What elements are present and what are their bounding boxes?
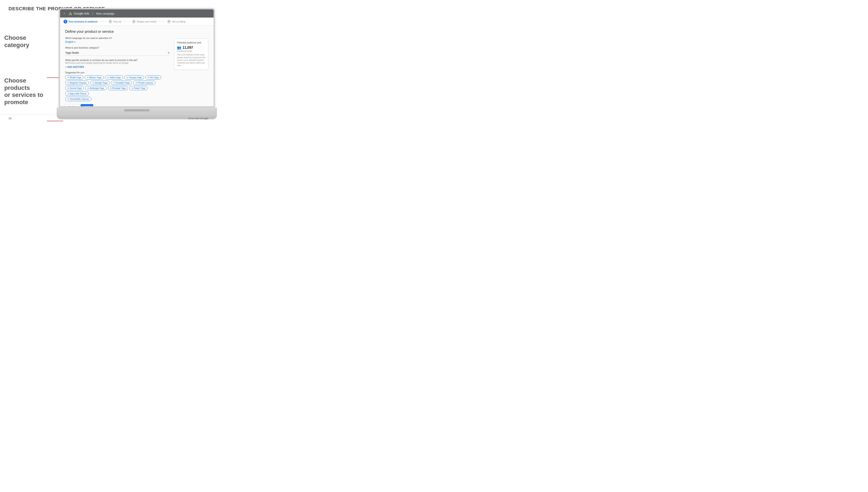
- step-4: 4 Set up billing: [167, 20, 185, 24]
- svg-point-2: [68, 14, 70, 16]
- chip-kundalini-yoga[interactable]: +Kundalini Yoga: [111, 81, 132, 85]
- chip-karma-yoga[interactable]: +Karma Yoga: [65, 86, 84, 90]
- chip-family-kids[interactable]: +Family/Kids Classes: [65, 97, 91, 101]
- language-field-group: Which language do you want to advertise …: [65, 37, 170, 43]
- annotation-products-line: [47, 121, 63, 121]
- add-another-button[interactable]: + ADD ANOTHER: [65, 66, 170, 68]
- next-button[interactable]: NEXT: [81, 104, 93, 106]
- step-3: 3 Budget and review: [132, 20, 156, 24]
- step-1-label: Your business & audience: [68, 20, 98, 23]
- app-name: Google Ads: [74, 12, 89, 15]
- audience-card: Potential audience size 👥 11,097 people …: [174, 39, 208, 70]
- chip-beginner-classes[interactable]: +Beginner Classes: [65, 81, 89, 85]
- audience-count-row: 👥 11,097: [177, 46, 206, 50]
- language-value: English: [65, 41, 74, 43]
- chip-bhakti-yoga[interactable]: +Bhakti Yoga: [65, 75, 83, 79]
- step-connector-2: ———: [123, 20, 130, 23]
- products-sublabel: We'll show your ad to people searching f…: [65, 62, 170, 64]
- audience-card-title: Potential audience size: [177, 41, 206, 44]
- annotation-category: Choose category: [4, 34, 47, 49]
- language-label: Which language do you want to advertise …: [65, 37, 170, 39]
- section-title: Define your product or service: [65, 29, 170, 34]
- step-connector-1: ———: [100, 20, 106, 23]
- step-1: 1 Your business & audience: [64, 20, 98, 24]
- chip-prenatal-yoga[interactable]: +Prenatal Yoga: [108, 86, 128, 90]
- step-4-label: Set up billing: [172, 20, 185, 23]
- audience-count: 11,097: [182, 46, 193, 50]
- chip-baby-with-parent[interactable]: +Baby With Parent: [65, 92, 89, 96]
- chips-row-3: +Karma Yoga +Ashtanga Yoga +Prenatal Yog…: [65, 86, 170, 96]
- step-2-num: 2: [108, 20, 112, 24]
- step-1-num: 1: [64, 20, 67, 24]
- form-section: Define your product or service Which lan…: [65, 29, 170, 102]
- chip-ashtanga-yoga[interactable]: +Ashtanga Yoga: [85, 86, 106, 90]
- footer-brand: Grow with Google: [188, 117, 208, 120]
- audience-subtitle: people per month: [177, 50, 206, 52]
- page-footer: 29 Grow with Google: [0, 115, 217, 120]
- stepper: 1 Your business & audience ——— 2 Your ad…: [60, 18, 214, 26]
- step-2: 2 Your ad: [108, 20, 121, 24]
- back-button[interactable]: BACK: [65, 104, 79, 106]
- content-area: Define your product or service Which lan…: [60, 26, 214, 106]
- buttons-row: BACK NEXT: [65, 104, 170, 106]
- app-header: × Google Ads | New campaign: [60, 9, 214, 18]
- close-button[interactable]: ×: [63, 12, 66, 15]
- audience-description: This is an estimate of how many people s…: [177, 53, 206, 67]
- chip-power-yoga[interactable]: +Power Yoga: [129, 86, 148, 90]
- chips-row-2: +Beginner Classes +Iyengar Yoga +Kundali…: [65, 81, 170, 85]
- chip-private-lessons[interactable]: +Private Lessons: [133, 81, 155, 85]
- step-2-label: Your ad: [113, 20, 121, 23]
- suggested-section: Suggested for you +Bhakti Yoga +Bikram Y…: [65, 71, 170, 101]
- chip-bikram-yoga[interactable]: +Bikram Yoga: [85, 75, 104, 79]
- chip-vinyasa-yoga[interactable]: +Vinyasa Yoga: [124, 75, 144, 79]
- products-label: What specific products or services do yo…: [65, 59, 170, 62]
- step-4-num: 4: [167, 20, 171, 24]
- chip-hatha-yoga[interactable]: +Hatha Yoga: [105, 75, 123, 79]
- products-field-group: What specific products or services do yo…: [65, 59, 170, 68]
- category-label: What is your business category?: [65, 46, 170, 49]
- google-ads-logo: Google Ads: [68, 11, 89, 16]
- step-3-label: Budget and review: [137, 20, 156, 23]
- ads-logo-icon: [68, 11, 73, 16]
- laptop-mockup: × Google Ads | New campaign 1 Your busin…: [57, 8, 217, 119]
- laptop-screen: × Google Ads | New campaign 1 Your busin…: [59, 8, 215, 107]
- chip-iyengar-yoga[interactable]: +Iyengar Yoga: [90, 81, 110, 85]
- page-number: 29: [8, 117, 11, 120]
- people-icon: 👥: [177, 46, 181, 50]
- clear-category-button[interactable]: ✕: [167, 51, 170, 54]
- annotation-products: Choose products or services to promote: [4, 77, 47, 106]
- category-field-group: What is your business category? Yoga Stu…: [65, 46, 170, 56]
- step-connector-3: ———: [158, 20, 165, 23]
- chips-row-4: +Family/Kids Classes: [65, 97, 170, 101]
- category-input-row: Yoga Studio ✕: [65, 50, 170, 56]
- language-select[interactable]: English ▾: [65, 41, 170, 43]
- category-value: Yoga Studio: [65, 51, 79, 54]
- campaign-label: New campaign: [96, 12, 115, 15]
- chevron-down-icon: ▾: [74, 41, 75, 43]
- suggested-title: Suggested for you: [65, 71, 170, 74]
- step-3-num: 3: [132, 20, 136, 24]
- chip-hot-yoga[interactable]: +Hot Yoga: [145, 75, 161, 79]
- chips-row-1: +Bhakti Yoga +Bikram Yoga +Hatha Yoga +V…: [65, 75, 170, 79]
- header-divider: |: [92, 11, 93, 16]
